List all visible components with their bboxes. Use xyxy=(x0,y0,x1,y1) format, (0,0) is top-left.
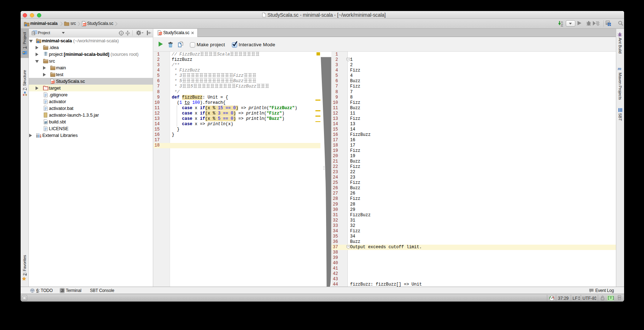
svg-text:01: 01 xyxy=(561,25,563,27)
svg-text:m: m xyxy=(618,66,621,71)
